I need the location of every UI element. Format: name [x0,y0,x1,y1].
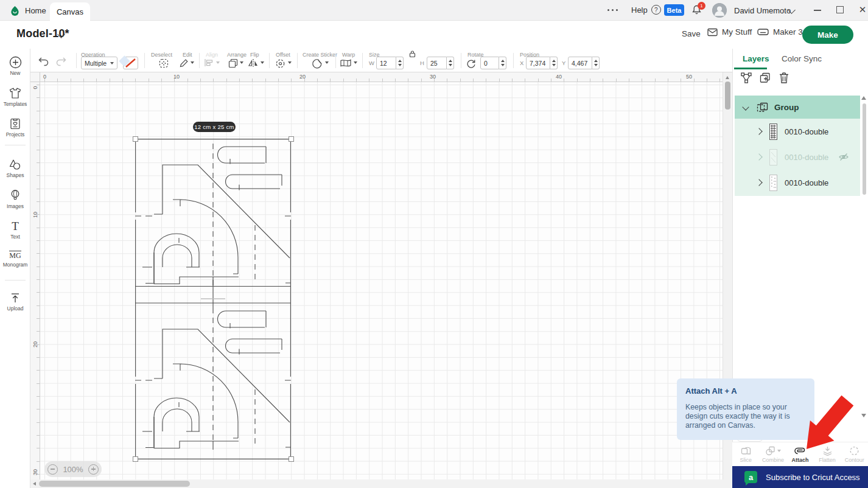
panel-scroll-down-arrow-icon[interactable] [861,414,866,417]
width-stepper[interactable] [396,57,404,69]
lock-icon[interactable] [408,50,416,58]
flip-caret-icon[interactable] [261,61,264,64]
layer-row[interactable]: 0010-double [735,119,860,144]
tab-layers[interactable]: Layers [743,54,769,63]
attach-button[interactable]: Attach [786,442,814,466]
y-input[interactable]: 4,467 [568,57,592,69]
horizontal-ruler: 0 10 20 30 40 50 [40,72,723,82]
arrange-button[interactable] [228,58,238,68]
layer-expand-chevron-icon[interactable] [755,128,762,134]
more-menu-icon[interactable] [607,9,621,12]
delete-button[interactable] [779,72,792,85]
help-button[interactable]: Help ? [631,5,661,15]
avatar[interactable] [712,3,727,18]
flip-button[interactable] [248,58,259,68]
ungroup-button[interactable] [740,72,754,85]
offset-caret-icon[interactable] [288,61,292,64]
x-label: X [520,60,523,66]
layer-group-header[interactable]: Group [735,96,860,119]
scroll-left-arrow-icon[interactable] [33,482,36,486]
zoom-in-button[interactable] [88,464,99,475]
clipboard-heart-icon [10,117,21,130]
tooltip-title: Attach Alt + A [685,386,737,396]
user-name[interactable]: David Umemoto [734,6,791,15]
operation-dropdown[interactable]: Multiple [81,57,117,69]
duplicate-button[interactable] [759,72,772,85]
selection-handle-top-left[interactable] [133,136,138,142]
notifications-button[interactable]: 1 [691,4,705,16]
layer-expand-chevron-icon[interactable] [755,179,762,186]
tooltip-body: Keeps objects in place so your design cu… [685,403,807,430]
tab-color-sync[interactable]: Color Sync [782,54,822,63]
sidebar-item-shapes[interactable]: Shapes [0,158,30,178]
x-input[interactable]: 7,374 [526,57,550,69]
top-bar: Home Canvas Help ? Beta 1 David Umemoto … [0,0,868,21]
save-button[interactable]: Save [682,29,701,38]
contour-button: Contour [841,442,868,466]
horizontal-scrollbar-thumb[interactable] [39,481,190,487]
edit-caret-icon[interactable] [191,61,194,64]
warp-label: Warp [342,52,355,58]
layer-row[interactable]: 0010-double [735,170,860,195]
horizontal-scrollbar[interactable] [30,479,732,488]
warp-button[interactable] [340,58,352,68]
layer-expand-chevron-icon[interactable] [755,153,762,160]
selection-handle-bottom-right[interactable] [289,456,294,462]
eye-slash-icon[interactable] [838,152,849,162]
tab-canvas[interactable]: Canvas [50,2,90,21]
edit-button[interactable] [179,58,189,68]
make-button[interactable]: Make [802,26,853,44]
balloon-icon [10,189,21,202]
sidebar-item-projects[interactable]: Projects [0,117,30,138]
active-tab-underline [734,68,767,69]
window-close-button[interactable]: ✕ [857,4,868,15]
rotate-icon [466,58,476,68]
undo-button[interactable] [38,57,50,66]
vertical-scrollbar-thumb[interactable] [725,82,730,110]
x-stepper[interactable] [550,57,558,69]
create-sticker-button[interactable] [312,58,323,69]
zoom-control: 100% [44,461,102,477]
design-artwork[interactable] [135,139,291,459]
sidebar-item-new[interactable]: New [0,56,30,76]
group-expand-chevron-icon[interactable] [742,103,749,110]
y-stepper[interactable] [592,57,600,69]
canvas-area[interactable]: 0 10 20 30 40 50 0 10 20 30 [30,72,732,488]
edit-label: Edit [183,52,192,58]
selection-handle-bottom-left[interactable] [133,456,138,462]
tab-home[interactable]: Home [10,0,46,21]
sidebar-item-templates[interactable]: Templates [0,87,30,107]
rotate-input[interactable]: 0 [480,57,499,69]
zoom-out-button[interactable] [47,464,58,475]
height-stepper[interactable] [447,57,454,69]
width-input[interactable]: 12 [376,57,396,69]
scroll-up-arrow-icon[interactable] [726,76,729,79]
deselect-label: Deselect [151,52,172,58]
panel-scrollbar-thumb[interactable] [863,103,866,195]
layer-label: 0010-double [785,153,828,162]
create-sticker-caret-icon[interactable] [325,61,329,64]
flatten-button: Flatten [814,442,841,466]
redo-button[interactable] [55,57,67,66]
sidebar-item-text[interactable]: T Text [0,220,30,240]
my-stuff-button[interactable]: My Stuff [707,27,752,37]
subscribe-banner[interactable]: a Subscribe to Cricut Access [732,466,868,488]
window-maximize-button[interactable] [836,6,844,13]
sidebar-item-monogram[interactable]: MG Monogram [0,249,30,268]
height-input[interactable]: 25 [427,57,447,69]
ruler-number: 0 [43,74,46,80]
align-label: Align [206,52,218,58]
sidebar-item-images[interactable]: Images [0,189,30,209]
layer-row-hidden[interactable]: 0010-double [735,144,860,170]
rotate-stepper[interactable] [499,57,506,69]
window-minimize-button[interactable] [814,10,821,11]
selection-handle-top-right[interactable] [289,136,294,142]
deselect-icon[interactable] [159,58,169,68]
offset-button[interactable] [275,58,285,69]
sidebar-item-upload[interactable]: Upload [0,292,30,312]
machine-selector[interactable]: Maker 3 [757,27,803,37]
sidebar-label: Projects [0,131,30,138]
warp-caret-icon[interactable] [354,61,357,64]
panel-scroll-up-arrow-icon[interactable] [861,96,866,100]
arrange-caret-icon[interactable] [240,61,243,64]
